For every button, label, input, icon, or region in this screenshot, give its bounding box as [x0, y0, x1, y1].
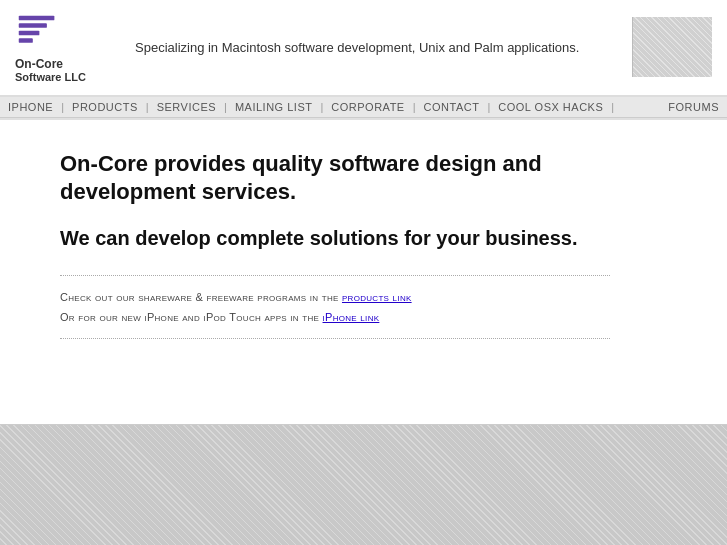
- header-pattern: [632, 17, 712, 77]
- main-headline: On-Core provides quality software design…: [60, 150, 640, 207]
- logo-icon: [15, 10, 75, 55]
- info-text-iphone-prefix: Or for our new iPhone and iPod Touch app…: [60, 311, 323, 323]
- nav-item-iphone[interactable]: iPhone: [0, 101, 61, 113]
- nav-item-contact[interactable]: Contact: [416, 101, 488, 113]
- header: On-Core Software LLC Specializing in Mac…: [0, 0, 727, 96]
- info-text-iphone: Or for our new iPhone and iPod Touch app…: [60, 311, 687, 323]
- nav-item-mailing-list[interactable]: Mailing List: [227, 101, 321, 113]
- iphone-link[interactable]: iPhone link: [323, 311, 380, 323]
- svg-rect-1: [19, 23, 47, 28]
- page-wrapper: On-Core Software LLC Specializing in Mac…: [0, 0, 727, 545]
- nav-item-products[interactable]: Products: [64, 101, 146, 113]
- main-content: On-Core provides quality software design…: [0, 118, 727, 425]
- nav-item-services[interactable]: Services: [149, 101, 224, 113]
- info-text-products-prefix: Check out our shareware & freeware progr…: [60, 291, 342, 303]
- nav-item-corporate[interactable]: Corporate: [323, 101, 412, 113]
- logo-text: On-Core Software LLC: [15, 57, 86, 85]
- tagline: Specializing in Macintosh software devel…: [125, 40, 632, 55]
- bottom-pattern-area: [0, 425, 727, 545]
- nav-sep-7: |: [611, 101, 614, 113]
- products-link[interactable]: products link: [342, 291, 412, 303]
- dotted-divider-1: [60, 275, 610, 276]
- info-text-products: Check out our shareware & freeware progr…: [60, 291, 687, 303]
- logo-area: On-Core Software LLC: [15, 10, 105, 85]
- svg-rect-2: [19, 31, 40, 36]
- nav-item-forums[interactable]: Forums: [660, 101, 727, 113]
- main-subheadline: We can develop complete solutions for yo…: [60, 227, 687, 250]
- svg-rect-0: [19, 16, 55, 21]
- dotted-divider-2: [60, 338, 610, 339]
- nav-item-cool-osx[interactable]: Cool OSX Hacks: [490, 101, 611, 113]
- navbar: iPhone | Products | Services | Mailing L…: [0, 96, 727, 118]
- svg-rect-3: [19, 38, 33, 43]
